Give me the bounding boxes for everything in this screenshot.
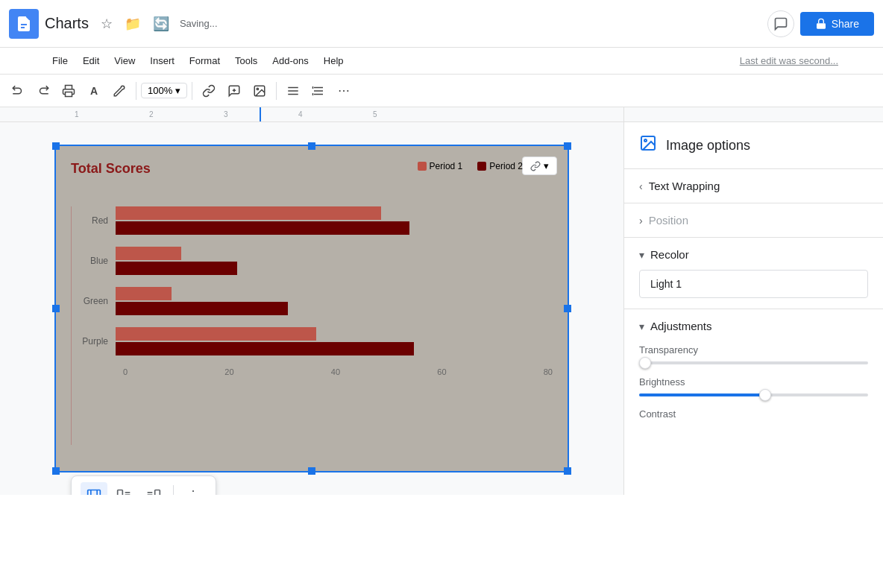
chart-legend: Period 1 Period 2 xyxy=(418,161,523,171)
app-icon xyxy=(9,9,39,39)
line-spacing-button[interactable] xyxy=(307,79,330,103)
menu-view[interactable]: View xyxy=(107,52,142,69)
handle-bottom-middle[interactable] xyxy=(308,467,315,475)
insert-image-button[interactable] xyxy=(248,79,271,103)
menu-format[interactable]: Format xyxy=(182,52,227,69)
zoom-value: 100% xyxy=(148,85,172,96)
wrap-text-right-button[interactable] xyxy=(140,482,167,495)
recolor-section: ▾ Recolor Light 1 xyxy=(624,238,883,309)
text-wrapping-header[interactable]: ‹ Text Wrapping xyxy=(639,180,868,192)
svg-point-26 xyxy=(644,139,647,142)
panel-title: Image options xyxy=(666,138,750,154)
handle-middle-left[interactable] xyxy=(52,305,60,312)
zoom-selector[interactable]: 100% ▾ xyxy=(141,83,187,98)
sync-icon[interactable]: 🔄 xyxy=(150,13,172,35)
svg-rect-17 xyxy=(118,490,123,496)
legend-period1: Period 1 xyxy=(430,161,463,171)
bar-chart: Red Blue xyxy=(71,206,553,445)
bar-red-p1 xyxy=(116,206,381,220)
handle-top-right[interactable] xyxy=(564,142,571,150)
legend-period2: Period 2 xyxy=(489,161,523,171)
position-title: Position xyxy=(649,214,688,227)
bar-blue-p2 xyxy=(116,262,237,275)
right-panel: Image options ‹ Text Wrapping › Position xyxy=(623,122,883,495)
text-wrapping-title: Text Wrapping xyxy=(649,180,720,192)
document-title: Charts xyxy=(45,15,89,32)
float-toolbar: ⋮ xyxy=(71,475,216,495)
recolor-header[interactable]: ▾ Recolor xyxy=(639,248,868,261)
transparency-thumb[interactable] xyxy=(639,357,651,369)
svg-rect-2 xyxy=(817,23,826,28)
recolor-dropdown[interactable]: Light 1 xyxy=(639,270,868,298)
menu-file[interactable]: File xyxy=(45,52,75,69)
brightness-row: Brightness xyxy=(639,376,868,396)
text-align-button[interactable] xyxy=(281,79,305,103)
add-comment-button[interactable] xyxy=(222,79,246,103)
handle-top-left[interactable] xyxy=(52,142,60,150)
bar-label-blue: Blue xyxy=(71,256,116,266)
menu-help[interactable]: Help xyxy=(316,52,351,69)
more-options-button[interactable]: ⋯ xyxy=(332,79,356,103)
adjustments-header[interactable]: ▾ Adjustments xyxy=(639,320,868,332)
toolbar-divider-3 xyxy=(276,82,277,100)
bar-label-purple: Purple xyxy=(71,336,116,347)
bar-green-p2 xyxy=(116,302,288,315)
link-button[interactable] xyxy=(197,79,221,103)
x-label-40: 40 xyxy=(331,367,340,376)
adjustments-section: ▾ Adjustments Transparency Brightness xyxy=(624,309,883,442)
adjustments-title: Adjustments xyxy=(650,320,712,332)
chevron-down-icon: ▾ xyxy=(175,85,180,96)
brightness-thumb[interactable] xyxy=(759,389,771,401)
recolor-title: Recolor xyxy=(650,248,689,261)
bar-purple-p2 xyxy=(116,342,414,355)
recolor-selected-value: Light 1 xyxy=(650,278,682,290)
share-label: Share xyxy=(832,18,859,30)
menu-tools[interactable]: Tools xyxy=(227,52,265,69)
bar-purple-p1 xyxy=(116,327,316,341)
contrast-row: Contrast xyxy=(639,408,868,420)
toolbar-divider-2 xyxy=(192,82,192,100)
share-button[interactable]: Share xyxy=(800,12,874,36)
handle-top-middle[interactable] xyxy=(308,142,315,150)
svg-rect-14 xyxy=(88,490,101,496)
svg-point-7 xyxy=(257,88,259,89)
handle-bottom-right[interactable] xyxy=(564,467,571,475)
transparency-label: Transparency xyxy=(639,344,868,355)
panel-image-icon xyxy=(639,134,657,157)
menu-insert[interactable]: Insert xyxy=(142,52,182,69)
spellcheck-button[interactable]: A xyxy=(82,79,106,103)
chevron-down-icon-adj: ▾ xyxy=(639,320,644,332)
brightness-label: Brightness xyxy=(639,376,868,388)
bar-blue-p1 xyxy=(116,247,181,260)
chevron-down-icon: ▾ xyxy=(639,249,644,261)
position-section: › Position xyxy=(624,203,883,238)
bar-label-green: Green xyxy=(71,296,116,306)
comment-button[interactable] xyxy=(767,10,794,37)
more-wrap-options-button[interactable]: ⋮ xyxy=(180,482,207,495)
redo-button[interactable] xyxy=(31,79,55,103)
wrap-text-left-button[interactable] xyxy=(110,482,137,495)
menu-addons[interactable]: Add-ons xyxy=(265,52,315,69)
wrap-inline-button[interactable] xyxy=(81,482,107,495)
chevron-left-icon: ‹ xyxy=(639,180,643,192)
menu-edit[interactable]: Edit xyxy=(75,52,107,69)
last-edit-text[interactable]: Last edit was second... xyxy=(740,55,838,66)
svg-rect-3 xyxy=(66,92,72,96)
handle-bottom-left[interactable] xyxy=(52,467,60,475)
x-label-60: 60 xyxy=(437,367,446,376)
print-button[interactable] xyxy=(57,79,81,103)
paint-format-button[interactable] xyxy=(107,79,131,103)
bar-green-p1 xyxy=(116,287,172,300)
handle-middle-right[interactable] xyxy=(564,305,571,312)
x-label-80: 80 xyxy=(544,367,553,376)
move-to-folder-icon[interactable]: 📁 xyxy=(122,13,144,35)
brightness-fill xyxy=(639,393,765,396)
undo-button[interactable] xyxy=(6,79,30,103)
chart-image[interactable]: ▾ Total Scores Period 1 Period 2 xyxy=(54,145,569,472)
brightness-slider-track xyxy=(639,393,868,396)
star-icon[interactable]: ☆ xyxy=(98,13,116,35)
contrast-label: Contrast xyxy=(639,408,868,420)
bar-red-p2 xyxy=(116,221,409,235)
document-area: ▾ Total Scores Period 1 Period 2 xyxy=(0,122,623,495)
position-header[interactable]: › Position xyxy=(639,214,868,227)
